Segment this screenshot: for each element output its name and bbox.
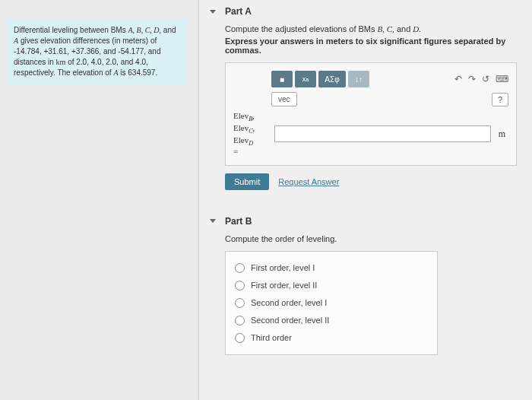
option-label: Second order, level I bbox=[251, 298, 327, 307]
part-b-prompt: Compute the order of leveling. bbox=[225, 234, 517, 243]
part-a-header[interactable]: Part A bbox=[199, 0, 532, 23]
text: Differential leveling between BMs bbox=[14, 26, 128, 34]
option-first-ii[interactable]: First order, level II bbox=[235, 277, 428, 294]
part-b-title: Part B bbox=[225, 216, 252, 227]
radio-icon[interactable] bbox=[235, 333, 245, 343]
answer-input[interactable] bbox=[274, 125, 491, 142]
root-button[interactable]: xa bbox=[295, 71, 316, 87]
caret-down-icon bbox=[210, 10, 216, 14]
arrows-button[interactable]: ↓↑ bbox=[348, 71, 369, 87]
bm-d: D. bbox=[413, 24, 421, 33]
radio-icon[interactable] bbox=[235, 281, 245, 290]
problem-statement: Differential leveling between BMs A, B, … bbox=[8, 19, 186, 84]
option-second-i[interactable]: Second order, level I bbox=[235, 294, 428, 312]
option-label: Second order, level II bbox=[251, 316, 329, 325]
redo-icon[interactable]: ↷ bbox=[468, 74, 476, 84]
text: is 634.597. bbox=[118, 68, 157, 77]
part-a-instruction: Express your answers in meters to six si… bbox=[225, 37, 517, 55]
keyboard-icon[interactable]: ⌨ bbox=[496, 74, 508, 84]
text: and bbox=[394, 24, 413, 33]
radio-icon[interactable] bbox=[235, 316, 245, 325]
bms: B, C, bbox=[378, 24, 394, 33]
answer-box: ■ xa ΑΣφ ↓↑ ↶ ↷ ↺ ⌨ vec ? bbox=[225, 62, 517, 166]
equation-toolbar: ■ xa ΑΣφ ↓↑ bbox=[271, 71, 369, 87]
option-label: First order, level II bbox=[251, 281, 317, 290]
caret-down-icon bbox=[210, 219, 216, 223]
part-a-prompt: Compute the adjusted elevations of BMs B… bbox=[225, 24, 517, 33]
answer-labels: ElevB, ElevC, ElevD = bbox=[233, 111, 270, 157]
part-a-title: Part A bbox=[225, 6, 252, 17]
request-answer-link[interactable]: Request Answer bbox=[278, 177, 339, 186]
submit-button[interactable]: Submit bbox=[225, 173, 269, 190]
option-second-ii[interactable]: Second order, level II bbox=[235, 312, 428, 329]
greek-button[interactable]: ΑΣφ bbox=[318, 71, 346, 87]
undo-icon[interactable]: ↶ bbox=[454, 74, 462, 84]
text: and bbox=[161, 26, 176, 34]
template-button[interactable]: ■ bbox=[271, 71, 293, 87]
options-box: First order, level I First order, level … bbox=[225, 251, 438, 355]
option-label: First order, level I bbox=[251, 263, 315, 272]
radio-icon[interactable] bbox=[235, 298, 245, 308]
text: Compute the adjusted elevations of BMs bbox=[225, 24, 378, 33]
bm-list: A, B, C, D, bbox=[128, 26, 161, 34]
option-label: Third order bbox=[251, 333, 292, 342]
help-button[interactable]: ? bbox=[492, 93, 508, 106]
option-third[interactable]: Third order bbox=[235, 329, 428, 347]
radio-icon[interactable] bbox=[235, 263, 245, 273]
part-b-header[interactable]: Part B bbox=[199, 210, 532, 233]
reset-icon[interactable]: ↺ bbox=[482, 74, 489, 84]
option-first-i[interactable]: First order, level I bbox=[235, 259, 428, 277]
vec-button[interactable]: vec bbox=[271, 92, 297, 106]
unit-label: m bbox=[496, 129, 508, 140]
km-unit: km bbox=[56, 58, 66, 66]
